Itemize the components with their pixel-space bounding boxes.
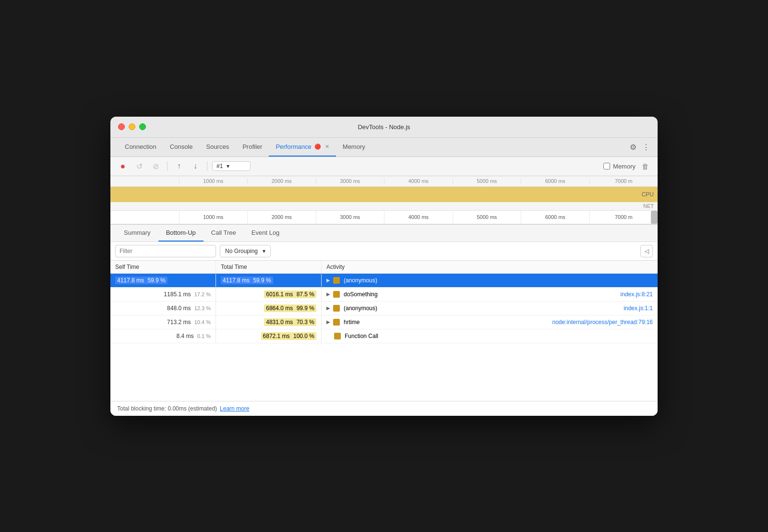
cell-activity-1: ▶ doSomething index.js:8:21 [322,288,658,301]
profile-select[interactable]: #1 ▾ [212,161,251,171]
grouping-dropdown-icon: ▾ [263,248,265,254]
devtools-window: DevTools - Node.js Connection Console So… [110,117,658,416]
total-time-3: 4831.0 ms 70.3 % [264,318,316,326]
status-text: Total blocking time: 0.00ms (estimated) [117,405,217,412]
expand-arrow-2[interactable]: ▶ [326,305,330,311]
total-time-0: 4117.8 ms 59.9 % [221,277,273,284]
cell-total-2: 6864.0 ms 99.9 % [216,302,322,315]
download-button[interactable]: ↓ [189,159,202,173]
filter-input[interactable] [115,245,216,257]
activity-link-3[interactable]: node:internal/process/per_thread:79:16 [552,319,653,326]
self-value-1: 1185.1 ms [164,291,191,298]
tab-console[interactable]: Console [163,138,200,157]
table-header: Self Time Total Time Activity [110,261,658,274]
tick2-1: 1000 ms [179,211,248,224]
expand-arrow-0[interactable]: ▶ [326,278,330,283]
tab-sources-label: Sources [206,143,229,150]
tick-1: 1000 ms [179,178,248,184]
tab-event-log[interactable]: Event Log [244,225,288,242]
header-activity: Activity [322,261,658,273]
header-total-time: Total Time [216,261,322,273]
tick-2: 2000 ms [247,178,316,184]
activity-link-2[interactable]: index.js:1:1 [624,305,653,312]
tab-connection[interactable]: Connection [118,138,163,157]
profile-dropdown-icon: ▾ [227,163,229,169]
learn-more-link[interactable]: Learn more [220,405,249,412]
tab-console-label: Console [170,143,193,150]
tabbar: Connection Console Sources Profiler Perf… [110,138,658,157]
self-time-0: 4117.8 ms 59.9 % [115,277,168,284]
reload-button[interactable]: ↺ [132,159,146,173]
grouping-label: No Grouping [225,248,258,254]
cell-self-0: 4117.8 ms 59.9 % [110,274,216,287]
minimize-button[interactable] [129,123,135,130]
self-value-4: 8.4 ms [177,333,194,339]
table-row[interactable]: 4117.8 ms 59.9 % 4117.8 ms 59.9 % ▶ (ano… [110,274,658,288]
activity-link-1[interactable]: index.js:8:21 [621,291,653,298]
self-percent-2: 12.3 % [194,305,211,311]
table-row[interactable]: 1185.1 ms 17.2 % 6016.1 ms 87.5 % ▶ doSo… [110,288,658,302]
tab-performance-label: Performance [276,143,311,150]
tick-4: 4000 ms [384,178,453,184]
timeline-ruler-bottom: 1000 ms 2000 ms 3000 ms 4000 ms 5000 ms … [110,211,658,224]
expand-arrow-1[interactable]: ▶ [326,291,330,297]
tick-5: 5000 ms [453,178,521,184]
tick2-7: 7000 m [589,211,658,224]
close-button[interactable] [118,123,125,130]
net-label: NET [643,203,654,209]
empty-space [110,343,658,401]
cell-activity-3: ▶ hrtime node:internal/process/per_threa… [322,315,658,329]
tabbar-actions: ⚙ ⋮ [630,143,650,152]
activity-icon-1 [333,291,340,298]
more-icon[interactable]: ⋮ [642,143,650,152]
grouping-select[interactable]: No Grouping ▾ [220,245,271,257]
cpu-bar: CPU [110,187,658,202]
memory-toggle-group: Memory [603,163,636,170]
filter-bar: No Grouping ▾ ◁ [110,242,658,261]
bottom-tabs: Summary Bottom-Up Call Tree Event Log [110,225,658,242]
table-row[interactable]: 8.4 ms 0.1 % 6872.1 ms 100.0 % Function … [110,329,658,343]
upload-button[interactable]: ↑ [172,159,186,173]
self-percent-3: 10.4 % [194,319,211,325]
cell-self-4: 8.4 ms 0.1 % [110,329,216,343]
tab-connection-label: Connection [125,143,156,150]
tab-event-log-label: Event Log [252,229,280,236]
tab-sources[interactable]: Sources [199,138,236,157]
collapse-icon: ◁ [645,248,649,254]
tab-summary[interactable]: Summary [116,225,158,242]
tab-memory[interactable]: Memory [336,138,372,157]
tab-performance-close[interactable]: ✕ [325,144,329,150]
memory-checkbox[interactable] [603,163,610,169]
timeline-area: 1000 ms 2000 ms 3000 ms 4000 ms 5000 ms … [110,176,658,225]
tab-profiler[interactable]: Profiler [236,138,269,157]
delete-button[interactable]: 🗑 [638,159,652,173]
cell-activity-2: ▶ (anonymous) index.js:1:1 [322,302,658,315]
tab-performance[interactable]: Performance 🔴 ✕ [269,138,336,157]
timeline-scrollbar[interactable] [651,211,658,224]
tab-bottom-up[interactable]: Bottom-Up [158,225,204,242]
cell-self-3: 713.2 ms 10.4 % [110,315,216,329]
toolbar: ● ↺ ⊘ ↑ ↓ #1 ▾ Memory 🗑 [110,157,658,176]
maximize-button[interactable] [139,123,146,130]
header-self-time: Self Time [110,261,216,273]
data-table: Self Time Total Time Activity 4117.8 ms … [110,261,658,401]
collapse-button[interactable]: ◁ [640,245,653,257]
table-row[interactable]: 713.2 ms 10.4 % 4831.0 ms 70.3 % ▶ hrtim… [110,315,658,329]
tick2-6: 6000 ms [521,211,589,224]
net-bar: NET [110,202,658,211]
expand-arrow-3[interactable]: ▶ [326,319,330,325]
tick-7: 7000 m [589,178,658,184]
table-row[interactable]: 848.0 ms 12.3 % 6864.0 ms 99.9 % ▶ (anon… [110,302,658,315]
tick-6: 6000 ms [521,178,589,184]
cpu-label: CPU [642,191,654,198]
cell-self-2: 848.0 ms 12.3 % [110,302,216,315]
traffic-lights [118,123,146,130]
tick2-4: 4000 ms [384,211,453,224]
memory-toggle-label: Memory [613,163,636,170]
settings-icon[interactable]: ⚙ [630,143,636,152]
record-button[interactable]: ● [116,159,130,173]
tab-call-tree[interactable]: Call Tree [204,225,244,242]
clear-button[interactable]: ⊘ [149,159,162,173]
activity-icon-2 [333,305,340,312]
tab-summary-label: Summary [124,229,151,236]
